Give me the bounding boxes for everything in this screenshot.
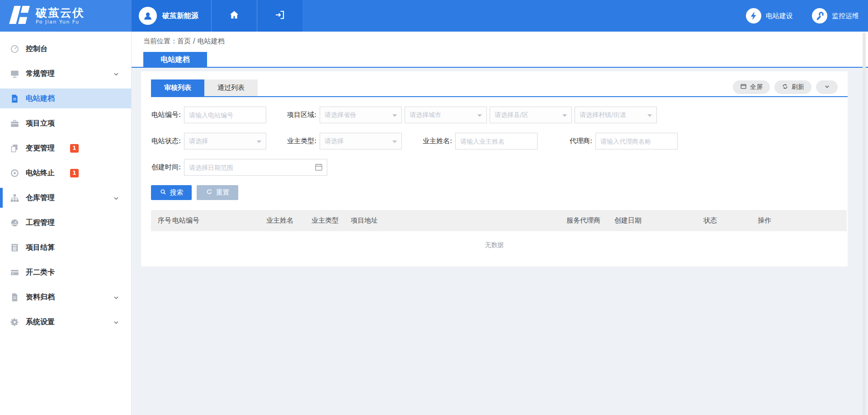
account-menu[interactable]: 破茧新能源	[132, 0, 211, 32]
sidebar-item-project-settlement[interactable]: 项目结算	[0, 238, 131, 257]
refresh-button[interactable]: 刷新	[774, 80, 811, 94]
top-header: 破茧云伏 Po Jian Yun Fu 破茧新能源	[0, 0, 868, 32]
county-select[interactable]: 请选择县/区	[490, 107, 572, 123]
gear-icon	[10, 317, 19, 327]
fullscreen-button[interactable]: 全屏	[733, 80, 770, 94]
tab-passed-list[interactable]: 通过列表	[204, 79, 258, 96]
owner-type-select[interactable]: 请选择	[320, 133, 402, 149]
nav-station-build[interactable]: 电站建设	[746, 8, 793, 23]
col-created: 创建日期	[614, 210, 642, 231]
nav-monitor-ops[interactable]: 监控运维	[812, 8, 859, 23]
breadcrumb-home[interactable]: 首页	[177, 37, 191, 45]
monitor-icon	[10, 69, 19, 79]
filter-row-3: 创建时间:	[151, 159, 838, 177]
sidebar-item-label: 项目立项	[26, 119, 55, 128]
station-no-input[interactable]	[184, 107, 266, 123]
sidebar: 控制台 常规管理 电站建档 项	[0, 32, 132, 415]
agent-input[interactable]	[595, 133, 678, 149]
brand-text: 破茧云伏 Po Jian Yun Fu	[36, 7, 85, 25]
collapse-button[interactable]	[816, 80, 838, 94]
sidebar-item-label: 电站建档	[26, 94, 55, 103]
sidebar-item-engineering-management[interactable]: 工程管理	[0, 213, 131, 233]
sidebar-item-label: 项目结算	[26, 243, 55, 252]
brand-logo: 破茧云伏 Po Jian Yun Fu	[0, 0, 132, 32]
sidebar-item-station-termination[interactable]: 电站终止 1	[0, 163, 131, 183]
dropdown-arrow-icon	[647, 114, 652, 117]
sidebar-item-station-archive[interactable]: 电站建档	[0, 89, 131, 108]
owner-type-value: 请选择	[325, 137, 344, 145]
brand-logo-icon	[9, 6, 30, 26]
fullscreen-label: 全屏	[750, 83, 763, 91]
calendar-icon[interactable]	[314, 163, 323, 172]
breadcrumb-current: 电站建档	[198, 37, 225, 45]
owner-name-group: 业主姓名:	[422, 133, 538, 149]
breadcrumb-label: 当前位置：	[143, 37, 177, 45]
station-status-select[interactable]: 请选择	[184, 133, 266, 149]
sidebar-item-label: 控制台	[26, 44, 47, 54]
col-agent: 服务代理商	[566, 210, 600, 231]
sidebar-item-project-initiation[interactable]: 项目立项	[0, 113, 131, 133]
county-select-value: 请选择县/区	[495, 111, 528, 119]
home-icon	[229, 9, 240, 22]
city-select[interactable]: 请选择城市	[405, 107, 487, 123]
sidebar-item-data-archive[interactable]: 资料归档	[0, 287, 131, 307]
owner-name-input[interactable]	[455, 133, 538, 149]
sidebar-item-general-management[interactable]: 常规管理	[0, 64, 131, 84]
date-range-input[interactable]	[184, 159, 327, 176]
sidebar-item-warehouse-management[interactable]: 仓库管理	[0, 188, 131, 208]
col-owner-type: 业主类型	[311, 210, 339, 231]
breadcrumb-separator: /	[193, 37, 195, 45]
town-select-value: 请选择村镇/街道	[580, 111, 626, 119]
page-scrollbar[interactable]	[863, 33, 866, 415]
col-station-no: 电站编号	[172, 210, 199, 231]
nav-station-build-label: 电站建设	[766, 12, 793, 20]
filter-row-2: 电站状态: 请选择 业主类型: 请选择	[151, 133, 838, 150]
search-icon	[160, 188, 167, 197]
reset-button[interactable]: 重置	[197, 185, 238, 200]
agent-label: 代理商:	[562, 137, 592, 145]
bolt-icon	[746, 8, 761, 23]
content-area: 审核列表 通过列表 全屏	[132, 68, 868, 415]
page-tab-station-archive[interactable]: 电站建档	[143, 52, 207, 67]
reset-icon	[206, 188, 213, 197]
sidebar-item-label: 常规管理	[26, 69, 55, 79]
col-status: 状态	[703, 210, 717, 231]
header-nav: 电站建设 监控运维	[746, 0, 868, 32]
station-status-value: 请选择	[189, 137, 208, 145]
filter-row-1: 电站编号: 项目区域: 请选择省份 请选择城市	[151, 107, 838, 124]
col-seq: 序号	[158, 210, 171, 231]
sidebar-item-label: 开二类卡	[26, 268, 55, 277]
search-button[interactable]: 搜索	[151, 185, 192, 200]
dropdown-arrow-icon	[392, 114, 397, 117]
town-select[interactable]: 请选择村镇/街道	[575, 107, 657, 123]
briefcase-icon	[10, 119, 19, 128]
col-owner-name: 业主姓名	[266, 210, 293, 231]
app-window: 破茧云伏 Po Jian Yun Fu 破茧新能源	[0, 0, 868, 415]
sidebar-item-open-class2-card[interactable]: 开二类卡	[0, 262, 131, 282]
reset-label: 重置	[216, 188, 230, 197]
gauge-icon	[10, 218, 19, 228]
file-icon	[10, 293, 19, 302]
tab-review-list[interactable]: 审核列表	[151, 79, 204, 96]
record-icon	[10, 168, 19, 178]
sidebar-item-change-management[interactable]: 变更管理 1	[0, 138, 131, 158]
refresh-label: 刷新	[792, 83, 804, 91]
sidebar-item-label: 工程管理	[26, 218, 55, 228]
filter-actions: 搜索 重置	[151, 185, 838, 200]
home-button[interactable]	[211, 0, 257, 32]
logout-button[interactable]	[257, 0, 302, 32]
brand-name: 破茧云伏	[36, 7, 85, 19]
station-no-group: 电站编号:	[151, 107, 266, 123]
fullscreen-icon	[740, 83, 747, 91]
sitemap-icon	[10, 193, 19, 203]
nav-monitor-ops-label: 监控运维	[832, 12, 859, 20]
chevron-down-icon	[113, 195, 119, 201]
sidebar-item-label: 资料归档	[26, 293, 55, 302]
province-select[interactable]: 请选择省份	[320, 107, 402, 123]
created-time-group: 创建时间:	[151, 159, 327, 176]
province-select-value: 请选择省份	[325, 111, 356, 119]
sidebar-item-system-settings[interactable]: 系统设置	[0, 312, 131, 332]
sidebar-item-label: 仓库管理	[26, 193, 55, 203]
sidebar-item-console[interactable]: 控制台	[0, 39, 131, 59]
chevron-down-icon	[113, 294, 119, 300]
